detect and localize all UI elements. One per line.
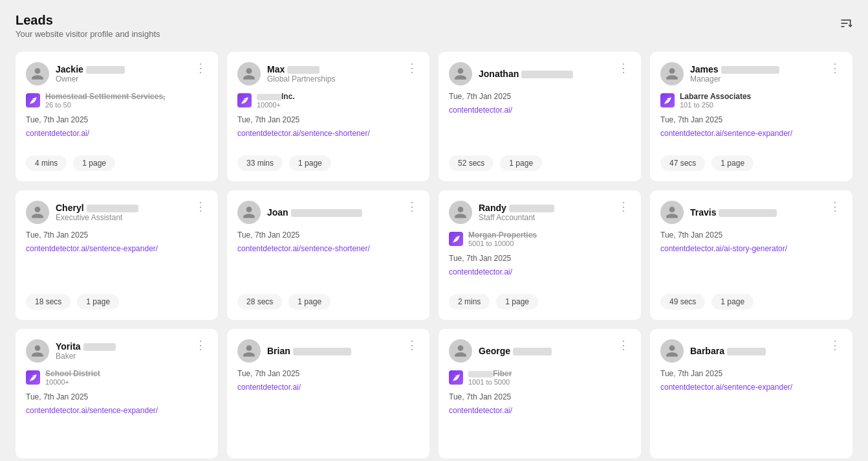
card-header: Randy Staff Accountant ⋮ bbox=[449, 201, 631, 224]
page-subtitle: Your website visitor profile and insight… bbox=[16, 29, 160, 39]
lead-card-card-9: Yorita Baker ⋮ School District 10000+ Tu… bbox=[16, 329, 218, 458]
time-stat: 49 secs bbox=[660, 294, 705, 309]
avatar bbox=[237, 62, 261, 85]
card-header: Brian ⋮ bbox=[237, 339, 419, 363]
page-header: Leads Your website visitor profile and i… bbox=[16, 13, 852, 39]
card-user: Joan bbox=[237, 201, 362, 224]
card-header: James Manager ⋮ bbox=[660, 62, 842, 85]
card-date: Tue, 7th Jan 2025 bbox=[660, 369, 842, 378]
user-name: Travis bbox=[690, 207, 777, 218]
card-date: Tue, 7th Jan 2025 bbox=[26, 115, 208, 124]
more-options-button[interactable]: ⋮ bbox=[193, 201, 208, 212]
card-stats: 18 secs 1 page bbox=[26, 287, 208, 309]
more-options-button[interactable]: ⋮ bbox=[616, 62, 631, 74]
time-stat: 2 mins bbox=[449, 294, 490, 309]
card-date: Tue, 7th Jan 2025 bbox=[660, 115, 842, 124]
company-size: 101 to 250 bbox=[680, 101, 751, 109]
time-stat: 4 mins bbox=[26, 155, 67, 171]
card-stats: 28 secs 1 page bbox=[237, 287, 419, 309]
card-stats: 4 mins 1 page bbox=[26, 149, 208, 171]
card-header: Jonathan ⋮ bbox=[449, 62, 631, 85]
company-size: 26 to 50 bbox=[45, 101, 165, 109]
card-header: Max Global Partnerships ⋮ bbox=[237, 62, 419, 85]
card-link[interactable]: contentdetector.ai/sentence-expander/ bbox=[26, 244, 208, 253]
card-link[interactable]: contentdetector.ai/sentence-expander/ bbox=[660, 383, 842, 392]
more-options-button[interactable]: ⋮ bbox=[405, 62, 419, 74]
user-name: Brian bbox=[267, 346, 351, 356]
card-link[interactable]: contentdetector.ai/ bbox=[449, 406, 631, 415]
time-stat: 18 secs bbox=[26, 294, 71, 309]
company-info: Labarre Associates 101 to 250 bbox=[660, 92, 842, 109]
time-stat: 52 secs bbox=[449, 155, 494, 171]
page-stat: 1 page bbox=[73, 155, 115, 171]
page-stat: 1 page bbox=[288, 294, 331, 309]
page-stat: 1 page bbox=[496, 294, 538, 309]
card-header: Barbara ⋮ bbox=[660, 339, 842, 363]
more-options-button[interactable]: ⋮ bbox=[405, 201, 419, 212]
avatar bbox=[237, 201, 261, 224]
user-role: Manager bbox=[690, 74, 779, 84]
more-options-button[interactable]: ⋮ bbox=[405, 339, 419, 351]
more-options-button[interactable]: ⋮ bbox=[828, 339, 842, 351]
user-name: Barbara bbox=[690, 346, 766, 356]
avatar bbox=[660, 62, 684, 85]
company-info: School District 10000+ bbox=[26, 369, 208, 386]
card-user: Cheryl Executive Assistant bbox=[26, 201, 138, 224]
user-name: Randy bbox=[479, 203, 554, 213]
card-header: Jackie Owner ⋮ bbox=[26, 62, 208, 85]
card-link[interactable]: contentdetector.ai/ai-story-generator/ bbox=[660, 244, 842, 253]
card-date: Tue, 7th Jan 2025 bbox=[237, 115, 419, 124]
lead-card-card-10: Brian ⋮ Tue, 7th Jan 2025 contentdetecto… bbox=[227, 329, 429, 458]
leads-grid: Jackie Owner ⋮ Homestead Settlement Serv… bbox=[16, 52, 852, 458]
company-logo bbox=[660, 93, 675, 107]
lead-card-card-8: Travis ⋮ Tue, 7th Jan 2025 contentdetect… bbox=[650, 190, 852, 320]
company-size: 10000+ bbox=[257, 101, 295, 109]
company-name: Inc. bbox=[257, 92, 295, 101]
card-link[interactable]: contentdetector.ai/ bbox=[237, 383, 419, 392]
page-stat: 1 page bbox=[711, 155, 754, 171]
more-options-button[interactable]: ⋮ bbox=[828, 62, 842, 74]
card-date: Tue, 7th Jan 2025 bbox=[449, 254, 631, 263]
card-user: Barbara bbox=[660, 339, 766, 363]
more-options-button[interactable]: ⋮ bbox=[828, 201, 842, 212]
card-header: Yorita Baker ⋮ bbox=[26, 339, 208, 363]
company-name: School District bbox=[45, 369, 100, 378]
card-user: Jonathan bbox=[449, 62, 573, 85]
company-name: Morgan Properties bbox=[468, 231, 537, 240]
lead-card-card-6: Joan ⋮ Tue, 7th Jan 2025 contentdetector… bbox=[227, 190, 429, 320]
more-options-button[interactable]: ⋮ bbox=[193, 339, 208, 351]
company-logo bbox=[449, 232, 463, 246]
card-link[interactable]: contentdetector.ai/sentence-expander/ bbox=[660, 129, 842, 138]
card-user: Travis bbox=[660, 201, 777, 224]
card-user: Jackie Owner bbox=[26, 62, 125, 85]
card-date: Tue, 7th Jan 2025 bbox=[26, 231, 208, 240]
card-user: Brian bbox=[237, 339, 351, 363]
lead-card-card-7: Randy Staff Accountant ⋮ Morgan Properti… bbox=[439, 190, 641, 320]
card-user: Yorita Baker bbox=[26, 339, 116, 363]
card-header: Joan ⋮ bbox=[237, 201, 419, 224]
card-stats: 47 secs 1 page bbox=[660, 149, 842, 171]
user-name: Yorita bbox=[56, 341, 116, 352]
company-size: 1001 to 5000 bbox=[468, 378, 512, 386]
avatar bbox=[26, 339, 49, 363]
sort-button[interactable] bbox=[840, 17, 852, 30]
user-name: Joan bbox=[267, 207, 362, 218]
card-link[interactable]: contentdetector.ai/ bbox=[449, 267, 631, 276]
user-name: Jackie bbox=[56, 64, 125, 74]
card-link[interactable]: contentdetector.ai/sentence-shortener/ bbox=[237, 244, 419, 253]
card-link[interactable]: contentdetector.ai/ bbox=[449, 106, 631, 115]
card-link[interactable]: contentdetector.ai/sentence-expander/ bbox=[26, 406, 208, 415]
avatar bbox=[660, 339, 684, 363]
company-info: Fiber 1001 to 5000 bbox=[449, 369, 631, 386]
avatar bbox=[449, 62, 472, 85]
company-size: 5001 to 10000 bbox=[468, 240, 537, 247]
more-options-button[interactable]: ⋮ bbox=[616, 201, 631, 212]
more-options-button[interactable]: ⋮ bbox=[193, 62, 208, 74]
card-link[interactable]: contentdetector.ai/ bbox=[26, 129, 208, 138]
card-link[interactable]: contentdetector.ai/sentence-shortener/ bbox=[237, 129, 419, 138]
page-stat: 1 page bbox=[500, 155, 542, 171]
page-stat: 1 page bbox=[77, 294, 119, 309]
card-header: Travis ⋮ bbox=[660, 201, 842, 224]
more-options-button[interactable]: ⋮ bbox=[616, 339, 631, 351]
card-header: Cheryl Executive Assistant ⋮ bbox=[26, 201, 208, 224]
